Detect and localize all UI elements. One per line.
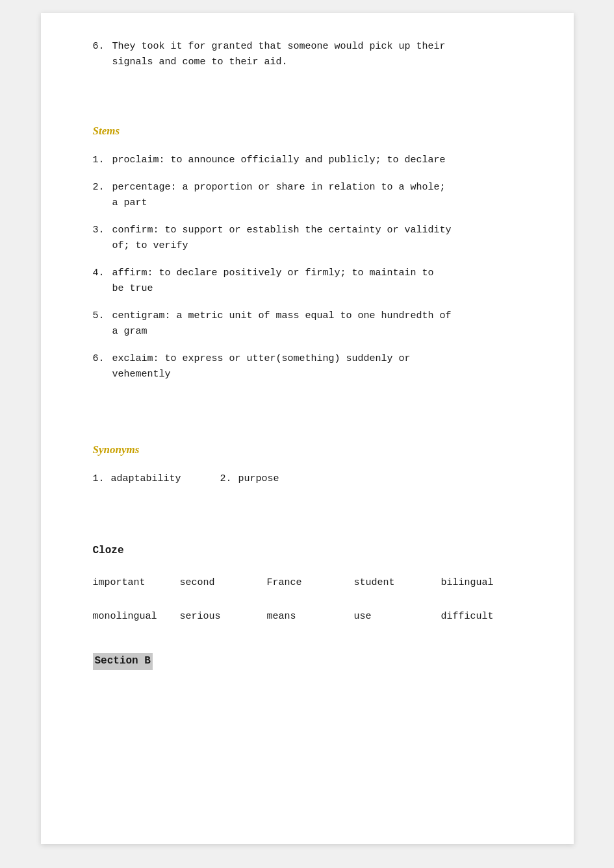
- cloze-grid: important second France student bilingua…: [93, 573, 522, 627]
- cloze-heading: Cloze: [93, 543, 522, 560]
- stem-num-4: 4.: [93, 266, 112, 297]
- cloze-word-10: difficult: [441, 606, 522, 627]
- stem-content-2: percentage: a proportion or share in rel…: [112, 180, 446, 211]
- stem-item-1: 1. proclaim: to announce officially and …: [93, 153, 522, 168]
- stem-num-2: 2.: [93, 180, 112, 211]
- stem-num-5: 5.: [93, 308, 112, 340]
- cloze-word-6: monolingual: [93, 606, 173, 627]
- section-b-label: Section B: [93, 653, 153, 670]
- page: 6. They took it for granted that someone…: [41, 13, 574, 844]
- synonym-num-2: 2.: [220, 471, 232, 487]
- cloze-section: Cloze important second France student bi…: [93, 543, 522, 627]
- stem-num-3: 3.: [93, 223, 112, 254]
- cloze-word-4: student: [354, 573, 435, 593]
- synonym-word-1: adaptability: [111, 471, 181, 487]
- section-b-heading: Section B: [93, 655, 153, 667]
- intro-item-line2: signals and come to their aid.: [112, 56, 288, 68]
- synonym-item-1: 1. adaptability: [93, 471, 181, 487]
- intro-item-number: 6.: [93, 39, 112, 70]
- cloze-word-7: serious: [180, 606, 261, 627]
- synonym-word-2: purpose: [238, 471, 279, 487]
- intro-item-6: 6. They took it for granted that someone…: [93, 39, 522, 70]
- cloze-word-1: important: [93, 573, 173, 593]
- stem-item-6: 6. exclaim: to express or utter(somethin…: [93, 351, 522, 382]
- stem-num-1: 1.: [93, 153, 112, 168]
- stem-content-3: confirm: to support or establish the cer…: [112, 223, 452, 254]
- intro-item-content: They took it for granted that someone wo…: [112, 39, 522, 70]
- stems-list: 1. proclaim: to announce officially and …: [93, 153, 522, 382]
- stems-section: Stems 1. proclaim: to announce officiall…: [93, 122, 522, 382]
- stem-item-4: 4. affirm: to declare positively or firm…: [93, 266, 522, 297]
- intro-item-line1: They took it for granted that someone wo…: [112, 41, 446, 52]
- cloze-word-9: use: [354, 606, 435, 627]
- stem-item-2: 2. percentage: a proportion or share in …: [93, 180, 522, 211]
- cloze-word-8: means: [267, 606, 348, 627]
- synonyms-heading: Synonyms: [93, 441, 522, 458]
- synonyms-section: Synonyms 1. adaptability 2. purpose: [93, 441, 522, 487]
- stem-num-6: 6.: [93, 351, 112, 382]
- cloze-word-2: second: [180, 573, 261, 593]
- stems-heading: Stems: [93, 122, 522, 140]
- stem-content-1: proclaim: to announce officially and pub…: [112, 153, 446, 168]
- synonym-num-1: 1.: [93, 471, 105, 487]
- stem-item-5: 5. centigram: a metric unit of mass equa…: [93, 308, 522, 340]
- cloze-word-5: bilingual: [441, 573, 522, 593]
- cloze-word-3: France: [267, 573, 348, 593]
- section-b: Section B: [93, 653, 522, 670]
- stem-content-4: affirm: to declare positively or firmly;…: [112, 266, 434, 297]
- stem-content-5: centigram: a metric unit of mass equal t…: [112, 308, 452, 340]
- stem-item-3: 3. confirm: to support or establish the …: [93, 223, 522, 254]
- synonym-item-2: 2. purpose: [220, 471, 279, 487]
- synonyms-list: 1. adaptability 2. purpose: [93, 471, 522, 487]
- stem-content-6: exclaim: to express or utter(something) …: [112, 351, 411, 382]
